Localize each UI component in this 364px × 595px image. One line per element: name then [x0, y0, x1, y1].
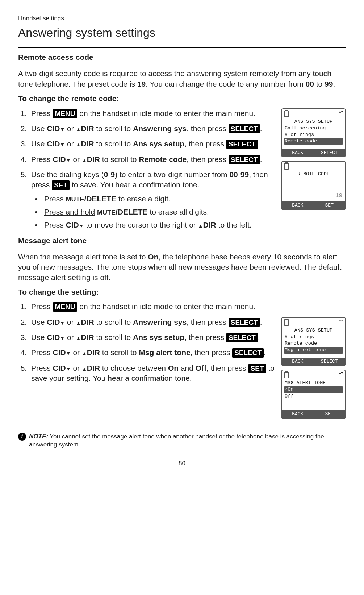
- screenshots-group-2: ▲▼ ANS SYS SETUP # of rings Remote code …: [281, 317, 346, 423]
- section2-intro: When the message alert tone is set to On…: [18, 252, 346, 283]
- text: to scroll to: [94, 124, 133, 133]
- page-number: 80: [18, 459, 346, 468]
- text: or: [71, 348, 82, 357]
- up-arrow-icon: [82, 155, 87, 163]
- scroll-icon: ▲▼: [339, 111, 343, 117]
- cid-key: CID: [47, 124, 65, 133]
- section-heading-alert: Message alert tone: [18, 236, 346, 246]
- text: .: [260, 155, 262, 163]
- text: .: [260, 318, 262, 326]
- text: . You can change the code to any number …: [146, 80, 305, 88]
- dir-key: DIR: [76, 140, 94, 148]
- lcd-alert-tone: ▲▼ MSG ALERT TONE ✓On Off BACKSET: [281, 370, 346, 419]
- set-button-label: SET: [52, 180, 70, 190]
- dir-key: DIR: [198, 221, 216, 229]
- text: , then press: [191, 348, 233, 357]
- text: , then press: [187, 318, 229, 326]
- select-button-label: SELECT: [232, 348, 264, 358]
- softkey-back: BACK: [282, 201, 314, 209]
- text: , then press: [184, 140, 226, 148]
- text: or: [65, 140, 76, 148]
- lcd-title: ANS SYS SETUP: [284, 118, 343, 125]
- select-button-label: SELECT: [226, 140, 258, 149]
- text: to erase a digit.: [116, 195, 170, 203]
- text: , then press: [187, 155, 229, 163]
- text: .: [333, 80, 335, 88]
- text: or: [65, 318, 76, 326]
- down-arrow-icon: [66, 348, 71, 357]
- text: ) to enter a two-digit number from: [115, 170, 229, 179]
- down-arrow-icon: [60, 140, 65, 148]
- text: to erase all digits.: [148, 208, 209, 216]
- digit: 00: [229, 170, 238, 179]
- bullet: Press CID to move the cursor to the righ…: [42, 220, 346, 230]
- cid-key: CID: [53, 155, 71, 163]
- text: Press: [44, 221, 66, 229]
- menu-button-label: MENU: [53, 302, 78, 312]
- digit: 99: [240, 170, 249, 179]
- cid-key: CID: [53, 348, 71, 357]
- text: Use the dialing keys (: [31, 170, 104, 179]
- lcd-remote-code: REMOTE CODE 19 BACKSET: [281, 161, 346, 210]
- lcd-row: Off: [284, 393, 343, 400]
- text: or: [71, 155, 82, 163]
- lcd-row: Call screening: [284, 125, 343, 132]
- text: to the left.: [216, 221, 252, 229]
- text: When the message alert tone is set to: [18, 253, 148, 261]
- text: to: [314, 80, 325, 88]
- battery-icon: [284, 163, 289, 170]
- info-icon: i: [18, 433, 26, 441]
- step-1: Press MENU on the handset in idle mode t…: [29, 301, 346, 312]
- lcd-row: # of rings: [284, 132, 343, 138]
- cid-key: CID: [47, 140, 65, 148]
- lcd-row-selected: ✓On: [284, 386, 343, 393]
- battery-icon: [284, 372, 289, 378]
- softkey-back: BACK: [282, 358, 314, 366]
- note-body: You cannot set the message alert tone wh…: [29, 433, 324, 448]
- down-arrow-icon: [60, 318, 65, 326]
- text: or: [65, 333, 76, 341]
- text: and: [179, 364, 196, 372]
- up-arrow-icon: [76, 124, 81, 133]
- lcd-alert-menu: ▲▼ ANS SYS SETUP # of rings Remote code …: [281, 317, 346, 366]
- down-arrow-icon: [79, 221, 84, 229]
- text: or: [65, 124, 76, 133]
- text: , then press: [206, 364, 248, 372]
- softkey-select: SELECT: [314, 149, 346, 157]
- up-arrow-icon: [76, 333, 81, 341]
- select-button-label: SELECT: [229, 124, 260, 134]
- screenshots-group-1: ▲▼ ANS SYS SETUP Call screening # of rin…: [281, 108, 346, 214]
- mute-key: MUTE: [66, 196, 84, 203]
- softkey-set: SET: [314, 410, 346, 418]
- section1-subheading: To change the remote code:: [18, 93, 346, 104]
- menu-item: Ans sys setup: [133, 333, 184, 341]
- lcd-title: REMOTE CODE: [284, 171, 343, 178]
- battery-icon: [284, 319, 289, 326]
- dir-key: DIR: [76, 318, 94, 326]
- up-arrow-icon: [76, 318, 81, 326]
- menu-button-label: MENU: [53, 109, 78, 118]
- text: Press: [31, 155, 53, 163]
- menu-item: Msg alert tone: [139, 348, 190, 357]
- text: Use: [31, 140, 47, 148]
- dir-key: DIR: [76, 333, 94, 341]
- divider: [18, 47, 346, 48]
- menu-item: Remote code: [139, 155, 187, 163]
- up-arrow-icon: [82, 348, 87, 357]
- softkey-set: SET: [314, 201, 346, 209]
- dir-key: DIR: [82, 364, 100, 372]
- cid-key: CID: [47, 333, 65, 341]
- text: .: [260, 124, 262, 133]
- down-arrow-icon: [60, 333, 65, 341]
- softkey-back: BACK: [282, 410, 314, 418]
- text: or: [71, 364, 82, 372]
- scroll-icon: ▲▼: [339, 319, 343, 326]
- digit: 0: [104, 170, 108, 179]
- mute-key: MUTE: [97, 209, 116, 216]
- text: -: [238, 170, 240, 179]
- softkey-select: SELECT: [314, 358, 346, 366]
- text: Press: [31, 364, 53, 372]
- text: , then press: [184, 333, 226, 341]
- text: Press: [31, 302, 53, 311]
- min-code: 00: [306, 80, 314, 88]
